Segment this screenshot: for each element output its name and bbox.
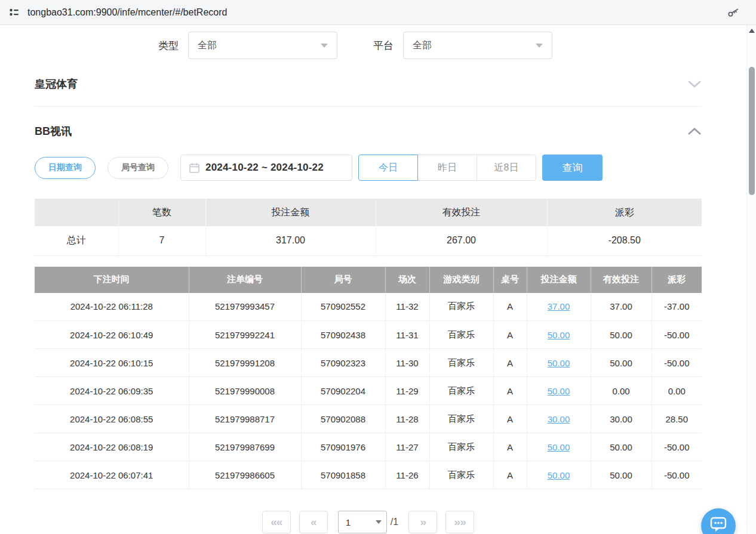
summary-header-count: 笔数 (118, 199, 205, 226)
bet-amount-link[interactable]: 50.00 (548, 386, 570, 396)
last-page-button[interactable]: »» (445, 511, 474, 533)
cell-table-no: A (493, 461, 527, 489)
cell-order-id: 521979993457 (189, 293, 301, 321)
bet-amount-link[interactable]: 37.00 (548, 301, 570, 311)
tab-yesterday[interactable]: 昨日 (417, 155, 477, 181)
next-page-button[interactable]: » (408, 511, 437, 533)
summary-payout: -208.50 (547, 226, 702, 255)
cell-payout: -50.00 (651, 321, 702, 349)
cell-round-id: 570901858 (301, 461, 385, 489)
tab-last-8-days[interactable]: 近8日 (477, 155, 536, 181)
cell-session: 11-28 (385, 405, 429, 433)
page-select[interactable]: 1 (338, 511, 387, 533)
summary-count: 7 (118, 226, 205, 255)
pagination: «« « 1 /1 » »» (35, 511, 702, 533)
cell-bet-time: 2024-10-22 06:10:49 (35, 321, 189, 349)
cell-game-type: 百家乐 (429, 405, 493, 433)
cell-round-id: 570901976 (301, 433, 385, 461)
chevron-up-icon[interactable] (687, 127, 702, 135)
chevron-down-icon[interactable] (687, 80, 702, 88)
scrollbar-up-arrow-icon[interactable] (749, 29, 755, 33)
url-text[interactable]: tongbao31.com:9900/infe/mcenter/#/betRec… (27, 7, 726, 18)
cell-game-type: 百家乐 (429, 321, 493, 349)
platform-filter-value: 全部 (413, 39, 432, 52)
table-row: 2024-10-22 06:07:41 521979986605 5709018… (35, 461, 702, 489)
round-query-button[interactable]: 局号查询 (107, 157, 168, 179)
cell-table-no: A (493, 293, 527, 321)
summary-table: 笔数 投注金额 有效投注 派彩 总计 7 317.00 267.00 -208.… (35, 199, 702, 256)
cell-bet-time: 2024-10-22 06:07:41 (35, 461, 189, 489)
cell-bet-time: 2024-10-22 06:08:19 (35, 433, 189, 461)
scrollbar-thumb[interactable] (749, 67, 755, 195)
date-query-button[interactable]: 日期查询 (35, 157, 96, 179)
summary-total-row: 总计 7 317.00 267.00 -208.50 (35, 226, 702, 255)
cell-bet-amount: 50.00 (527, 321, 591, 349)
cell-order-id: 521979992241 (189, 321, 301, 349)
date-range-value: 2024-10-22 ~ 2024-10-22 (205, 162, 324, 174)
section-divider (35, 106, 702, 107)
bet-record-page: 类型 全部 平台 全部 皇冠体育 BB视讯 日期查询 局号查 (0, 32, 746, 533)
type-filter-value: 全部 (198, 39, 217, 52)
cell-table-no: A (493, 405, 527, 433)
cell-valid-bet: 0.00 (591, 377, 651, 405)
bet-amount-link[interactable]: 30.00 (548, 414, 570, 424)
summary-header-bet-amount: 投注金额 (205, 199, 376, 226)
tab-groups-icon[interactable] (7, 5, 21, 20)
prev-page-button[interactable]: « (299, 511, 328, 533)
cell-order-id: 521979987699 (189, 433, 301, 461)
vertical-scrollbar[interactable] (746, 25, 756, 534)
cell-bet-amount: 50.00 (527, 377, 591, 405)
header-order-id: 注单编号 (189, 267, 301, 293)
key-icon[interactable] (726, 5, 740, 20)
filter-row: 类型 全部 平台 全部 (158, 32, 702, 59)
cell-bet-time: 2024-10-22 06:10:15 (35, 349, 189, 377)
bet-amount-link[interactable]: 50.00 (548, 442, 570, 452)
cell-order-id: 521979990008 (189, 377, 301, 405)
summary-header-payout: 派彩 (547, 199, 702, 226)
platform-filter-label: 平台 (373, 39, 394, 53)
quick-date-tabs: 今日 昨日 近8日 (358, 155, 536, 181)
cell-round-id: 570902088 (301, 405, 385, 433)
date-range-input[interactable]: 2024-10-22 ~ 2024-10-22 (180, 155, 352, 181)
cell-bet-amount: 50.00 (527, 349, 591, 377)
cell-session: 11-27 (385, 433, 429, 461)
cell-valid-bet: 50.00 (591, 433, 651, 461)
chat-fab-button[interactable] (701, 508, 736, 534)
calendar-icon (189, 163, 199, 173)
chevron-down-icon (321, 44, 328, 48)
cell-payout: -50.00 (651, 349, 702, 377)
cell-payout: 28.50 (651, 405, 702, 433)
bet-amount-link[interactable]: 50.00 (548, 330, 570, 340)
section-bb-video-title: BB视讯 (35, 124, 72, 138)
chevron-down-icon (536, 44, 543, 48)
header-payout: 派彩 (651, 267, 702, 293)
cell-session: 11-29 (385, 377, 429, 405)
first-page-button[interactable]: «« (262, 511, 291, 533)
records-table: 下注时间 注单编号 局号 场次 游戏类别 桌号 投注金额 有效投注 派彩 202… (35, 267, 702, 490)
bet-amount-link[interactable]: 50.00 (548, 358, 570, 368)
bet-amount-link[interactable]: 50.00 (548, 470, 570, 480)
type-filter-select[interactable]: 全部 (188, 32, 337, 59)
cell-game-type: 百家乐 (429, 433, 493, 461)
summary-bet-amount: 317.00 (205, 226, 376, 255)
cell-table-no: A (493, 349, 527, 377)
page-total: /1 (391, 517, 398, 527)
cell-payout: -37.00 (651, 293, 702, 321)
cell-valid-bet: 50.00 (591, 321, 651, 349)
cell-game-type: 百家乐 (429, 293, 493, 321)
cell-valid-bet: 50.00 (591, 349, 651, 377)
table-row: 2024-10-22 06:10:15 521979991208 5709023… (35, 349, 702, 377)
tab-today[interactable]: 今日 (358, 155, 418, 181)
chat-bubble-icon (709, 516, 727, 533)
search-button[interactable]: 查询 (542, 155, 603, 181)
section-crown-sports: 皇冠体育 (35, 74, 702, 94)
summary-header-valid-bet: 有效投注 (376, 199, 547, 226)
page-select-value: 1 (346, 517, 351, 527)
header-session: 场次 (385, 267, 429, 293)
platform-filter-select[interactable]: 全部 (403, 32, 552, 59)
header-bet-time: 下注时间 (35, 267, 189, 293)
summary-valid-bet: 267.00 (376, 226, 547, 255)
summary-header-blank (35, 199, 118, 226)
cell-game-type: 百家乐 (429, 349, 493, 377)
cell-bet-amount: 50.00 (527, 433, 591, 461)
